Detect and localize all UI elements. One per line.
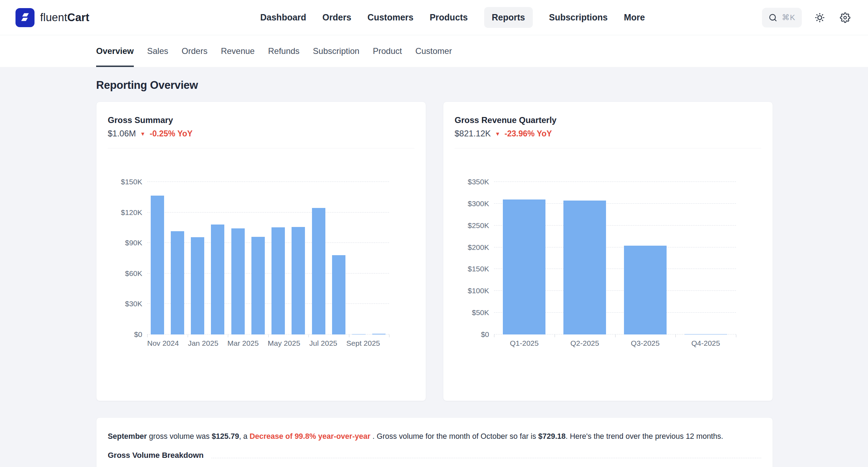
- bar-mar-2025[interactable]: [231, 228, 245, 334]
- y-tick-label: $50K: [472, 308, 489, 317]
- x-tick-label: Q4-2025: [675, 339, 736, 348]
- gross-revenue-quarterly-chart: $0$50K$100K$150K$200K$250K$300K$350K Q1-…: [455, 182, 761, 348]
- y-axis-labels: $0$50K$100K$150K$200K$250K$300K$350K: [455, 182, 494, 334]
- x-tick-label: [300, 339, 310, 348]
- x-tick-label: [218, 339, 227, 348]
- x-tick-label: Sept 2025: [346, 339, 380, 348]
- bar-jul-2025[interactable]: [312, 208, 325, 334]
- tab-customer[interactable]: Customer: [415, 35, 452, 67]
- x-tick-label: Q2-2025: [555, 339, 615, 348]
- y-tick-label: $30K: [125, 300, 142, 308]
- theme-toggle-button[interactable]: [812, 10, 827, 25]
- charts-row: Gross Summary $1.06M ▼ -0.25% YoY $0$30K…: [96, 102, 773, 401]
- x-axis-tick: [736, 334, 736, 337]
- bar-aug-2025[interactable]: [332, 255, 345, 334]
- gross-summary-chart: $0$30K$60K$90K$120K$150K Nov 2024Jan 202…: [108, 182, 414, 348]
- bar-jan-2025[interactable]: [191, 237, 204, 334]
- nav-item-products[interactable]: Products: [430, 7, 468, 28]
- trend-down-icon: ▼: [495, 131, 500, 136]
- bar-may-2025[interactable]: [271, 227, 285, 334]
- nav-item-orders[interactable]: Orders: [323, 7, 351, 28]
- tab-product[interactable]: Product: [373, 35, 402, 67]
- x-axis-labels: Q1-2025Q2-2025Q3-2025Q4-2025: [494, 339, 736, 348]
- x-axis-tick: [228, 334, 228, 337]
- summary-value: $821.12K: [455, 129, 491, 139]
- yoy-delta: -0.25% YoY: [150, 129, 193, 139]
- tab-refunds[interactable]: Refunds: [268, 35, 299, 67]
- y-tick-label: $60K: [125, 269, 142, 278]
- bar-q1-2025[interactable]: [503, 199, 545, 334]
- x-axis-tick: [308, 334, 309, 337]
- summary-value-row: $1.06M ▼ -0.25% YoY: [108, 129, 414, 139]
- summary-value-row: $821.12K ▼ -23.96% YoY: [455, 129, 761, 139]
- nav-item-customers[interactable]: Customers: [368, 7, 414, 28]
- bar-q4-2025[interactable]: [685, 334, 727, 334]
- tab-sales[interactable]: Sales: [147, 35, 168, 67]
- x-tick-label: Jul 2025: [309, 339, 337, 348]
- breakdown-heading: Gross Volume Breakdown: [108, 451, 204, 460]
- nav-item-reports[interactable]: Reports: [484, 7, 533, 28]
- x-tick-label: May 2025: [268, 339, 300, 348]
- nav-item-more[interactable]: More: [624, 7, 645, 28]
- sun-icon: [814, 12, 825, 23]
- x-tick-label: Nov 2024: [147, 339, 179, 348]
- main-content: Reporting Overview Gross Summary $1.06M …: [0, 67, 868, 467]
- insight-segment: . Gross volume for the month of October …: [370, 432, 538, 441]
- tab-overview[interactable]: Overview: [96, 35, 134, 67]
- bar-nov-2024[interactable]: [151, 196, 164, 334]
- insight-segment: . Here's the trend over the previous 12 …: [566, 432, 723, 441]
- report-tabbar: OverviewSalesOrdersRevenueRefundsSubscri…: [0, 35, 868, 67]
- x-axis-tick: [494, 334, 494, 337]
- tab-revenue[interactable]: Revenue: [221, 35, 255, 67]
- search-icon: [768, 13, 778, 22]
- y-tick-label: $150K: [468, 265, 489, 273]
- nav-item-dashboard[interactable]: Dashboard: [260, 7, 306, 28]
- brand-name: fluentCart: [40, 11, 89, 24]
- x-tick-label: [259, 339, 268, 348]
- x-axis-tick: [615, 334, 616, 337]
- x-tick-label: Jan 2025: [188, 339, 218, 348]
- bar-oct-2025[interactable]: [372, 334, 386, 334]
- y-tick-label: $120K: [121, 208, 142, 217]
- bar-apr-2025[interactable]: [251, 237, 265, 334]
- y-tick-label: $350K: [468, 178, 489, 186]
- bar-dec-2024[interactable]: [171, 231, 184, 334]
- bar-feb-2025[interactable]: [211, 225, 224, 334]
- x-axis-tick: [147, 334, 148, 337]
- y-tick-label: $0: [481, 330, 489, 339]
- nav-right: ⌘K: [762, 8, 853, 27]
- x-tick-label: [337, 339, 346, 348]
- x-axis-tick: [349, 334, 349, 337]
- tab-subscription[interactable]: Subscription: [313, 35, 360, 67]
- gross-revenue-quarterly-card: Gross Revenue Quarterly $821.12K ▼ -23.9…: [443, 102, 773, 401]
- y-tick-label: $250K: [468, 221, 489, 230]
- y-tick-label: $200K: [468, 243, 489, 252]
- bar-sept-2025[interactable]: [352, 334, 366, 334]
- x-tick-label: Q1-2025: [494, 339, 555, 348]
- insight-segment: , a: [239, 432, 250, 441]
- x-tick-label: Mar 2025: [227, 339, 259, 348]
- x-axis-tick: [188, 334, 188, 337]
- insight-highlight-bold: $729.18: [538, 432, 566, 441]
- brand-name-bold: Cart: [67, 11, 89, 24]
- brand-name-light: fluent: [40, 11, 67, 24]
- settings-button[interactable]: [838, 10, 853, 25]
- tab-orders[interactable]: Orders: [182, 35, 207, 67]
- bar-jun-2025[interactable]: [292, 227, 305, 334]
- insight-highlight-bold: $125.79: [212, 432, 239, 441]
- nav-item-subscriptions[interactable]: Subscriptions: [549, 7, 608, 28]
- main-nav: DashboardOrdersCustomersProductsReportsS…: [260, 0, 645, 35]
- search-button[interactable]: ⌘K: [762, 8, 802, 27]
- bar-q3-2025[interactable]: [624, 246, 667, 334]
- bar-q2-2025[interactable]: [563, 201, 606, 334]
- x-axis-tick: [555, 334, 555, 337]
- x-axis-tick: [675, 334, 676, 337]
- yoy-delta: -23.96% YoY: [505, 129, 552, 139]
- y-tick-label: $100K: [468, 287, 489, 295]
- x-tick-label: [179, 339, 188, 348]
- breakdown-divider: [211, 458, 761, 458]
- insight-highlight-red: Decrease of 99.8% year-over-year: [250, 432, 370, 441]
- brand-logo[interactable]: fluentCart: [15, 8, 89, 27]
- card-title: Gross Revenue Quarterly: [455, 115, 761, 125]
- search-shortcut: ⌘K: [782, 13, 795, 22]
